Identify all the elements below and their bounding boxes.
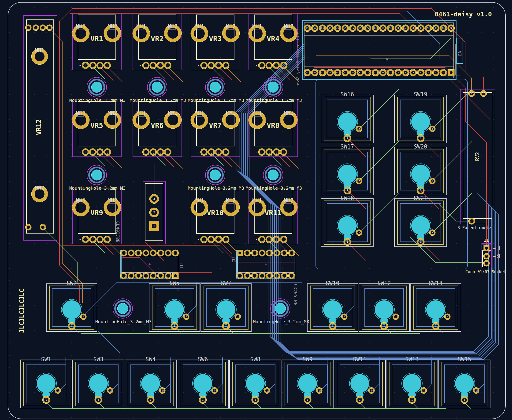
- pad[interactable]: [158, 250, 164, 256]
- footprint-sw9[interactable]: 12SW9: [282, 360, 334, 408]
- footprint-vr12[interactable]: MH1MH2VR12: [23, 15, 57, 240]
- pad[interactable]: [150, 273, 156, 279]
- pad[interactable]: [165, 250, 171, 256]
- mounting-hole[interactable]: [112, 298, 133, 319]
- pad[interactable]: [47, 25, 52, 30]
- pad[interactable]: [135, 273, 141, 279]
- pad[interactable]: [33, 25, 39, 30]
- footprint-vr1[interactable]: MH1MH2VR11234-: [72, 13, 122, 70]
- mounting-hole[interactable]: [263, 77, 283, 98]
- pad[interactable]: [143, 250, 149, 256]
- footprint-vr3[interactable]: MH1MH2VR31234-: [191, 13, 240, 70]
- pad[interactable]: [484, 254, 489, 259]
- footprint-sw21[interactable]: 12SW21: [394, 198, 447, 247]
- footprint-sw16[interactable]: 12SW16: [321, 95, 374, 143]
- footprint-vr11[interactable]: MH1MH2VR111234-: [249, 187, 298, 244]
- pad[interactable]: [40, 225, 46, 230]
- footprint-sw5[interactable]: 12SW5: [149, 284, 200, 332]
- footprint-vr5[interactable]: MH1MH2VR51234-: [72, 99, 122, 157]
- footprint-sw3[interactable]: 12SW3: [72, 360, 124, 408]
- footprint-conn3[interactable]: 321: [143, 181, 166, 244]
- footprint-sw12[interactable]: 12SW12: [359, 284, 410, 332]
- pad[interactable]: [274, 250, 280, 256]
- pad[interactable]: [289, 273, 295, 279]
- pad[interactable]: [259, 250, 265, 256]
- sw-ref-label: SW9: [302, 357, 312, 362]
- pad[interactable]: [128, 273, 134, 279]
- mh1-label: MH1: [136, 24, 146, 29]
- pad[interactable]: [484, 261, 489, 266]
- footprint-sw17[interactable]: 12SW17: [321, 147, 374, 195]
- footprint-sw7[interactable]: 12SW7: [200, 284, 252, 332]
- pad[interactable]: [281, 273, 287, 279]
- pad[interactable]: [40, 25, 46, 30]
- footprint-vr7[interactable]: MH1MH2VR71234-: [191, 99, 240, 157]
- pad[interactable]: [172, 250, 178, 256]
- pad-1[interactable]: [237, 250, 243, 256]
- pad[interactable]: [143, 273, 149, 279]
- mounting-hole[interactable]: [86, 165, 107, 185]
- pad[interactable]: [128, 250, 134, 256]
- pad[interactable]: [289, 250, 295, 256]
- footprint-vr9[interactable]: MH1MH2VR91234-: [72, 187, 122, 244]
- pad[interactable]: [244, 250, 250, 256]
- pad[interactable]: [135, 250, 141, 256]
- pad-number: 13: [359, 72, 362, 74]
- footprint-u1[interactable]: +: [120, 250, 179, 278]
- footprint-sw11[interactable]: 12SW11: [334, 360, 386, 408]
- footprint-sw20[interactable]: 12SW20: [394, 147, 447, 195]
- pad-number: 3: [276, 151, 277, 153]
- pad[interactable]: [150, 250, 156, 256]
- pad[interactable]: [281, 250, 287, 256]
- pad[interactable]: [26, 25, 31, 30]
- mounting-hole[interactable]: [147, 77, 167, 98]
- footprint-sw13[interactable]: 12SW13: [386, 360, 438, 408]
- pad[interactable]: [252, 250, 258, 256]
- mh2-label: MH2: [226, 198, 236, 203]
- mounting-hole[interactable]: [263, 165, 283, 185]
- footprint-sw15[interactable]: 12SW15: [438, 360, 490, 408]
- pad[interactable]: [121, 273, 127, 279]
- silk-rect: [304, 35, 454, 36]
- pad-number: 1: [202, 399, 204, 401]
- footprint-sw8[interactable]: 12SW8: [229, 360, 281, 408]
- footprint-vr4[interactable]: MH1MH2VR41234-: [249, 13, 298, 70]
- pad-1[interactable]: [484, 246, 489, 251]
- pad-1[interactable]: [173, 273, 178, 278]
- footprint-vr10[interactable]: MH1MH2VR101234-: [191, 187, 240, 244]
- pad[interactable]: [158, 273, 164, 279]
- pad[interactable]: [259, 273, 265, 279]
- pad[interactable]: [244, 273, 250, 279]
- pad-number: 3: [99, 64, 100, 67]
- mounting-hole[interactable]: [205, 77, 226, 98]
- footprint-sw4[interactable]: 12SW4: [125, 360, 177, 408]
- mounting-hole[interactable]: [205, 165, 226, 185]
- footprint-sw14[interactable]: 12SW14: [410, 284, 461, 332]
- mounting-hole[interactable]: [270, 298, 291, 319]
- pad[interactable]: [252, 273, 258, 279]
- footprint-j1[interactable]: [482, 243, 492, 268]
- footprint-vr8[interactable]: MH1MH2VR81234-: [249, 99, 298, 157]
- pad[interactable]: [237, 273, 243, 279]
- footprint-vr2[interactable]: MH1MH2VR21234-: [133, 13, 182, 70]
- footprint-a1[interactable]: 2122232425262728293031323334353637383940…: [302, 20, 456, 80]
- silk-rect: [246, 374, 265, 393]
- pad[interactable]: [121, 250, 127, 256]
- footprint-sw2[interactable]: 12SW2: [46, 284, 97, 332]
- footprint-u2[interactable]: +: [236, 250, 295, 278]
- minus-mark: -: [255, 63, 258, 67]
- pad[interactable]: [266, 250, 272, 256]
- pad[interactable]: [274, 273, 280, 279]
- footprint-sw1[interactable]: 12SW1: [20, 360, 72, 408]
- footprint-vr6[interactable]: MH1MH2VR61234-: [133, 99, 182, 157]
- footprint-sw18[interactable]: 12SW18: [321, 198, 374, 247]
- footprint-sw19[interactable]: 12SW19: [394, 95, 447, 143]
- pad-number: 3: [471, 220, 472, 222]
- footprint-sw6[interactable]: 12SW6: [177, 360, 229, 408]
- mounting-hole-label: MountingHole_3.2mm_M3: [69, 186, 126, 190]
- pad[interactable]: [266, 273, 272, 279]
- pad[interactable]: [26, 225, 31, 230]
- mounting-hole[interactable]: [86, 77, 107, 98]
- pad[interactable]: [165, 273, 171, 279]
- footprint-sw10[interactable]: 12SW10: [307, 284, 358, 332]
